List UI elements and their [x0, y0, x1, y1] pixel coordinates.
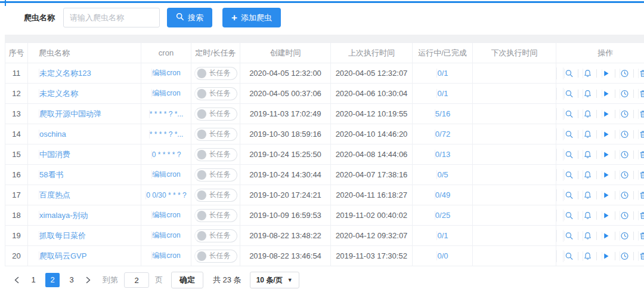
bell-icon[interactable] [581, 67, 593, 79]
schedule-icon[interactable] [618, 149, 630, 161]
run-icon[interactable] [600, 169, 612, 181]
schedule-icon[interactable] [618, 169, 630, 181]
delete-icon[interactable] [637, 169, 644, 181]
crawler-name-link[interactable]: 爬取开源中国动弹 [39, 109, 101, 118]
cron-cell-link[interactable]: 编辑cron [151, 170, 180, 179]
bell-icon[interactable] [581, 108, 593, 120]
view-icon[interactable] [563, 128, 575, 140]
crawler-name-link[interactable]: 抓取每日菜价 [39, 231, 86, 240]
page-size-select[interactable]: 10 条/页 ▼ [250, 272, 299, 288]
delete-icon[interactable] [637, 210, 644, 222]
schedule-icon[interactable] [618, 210, 630, 222]
long-task-toggle[interactable]: 长任务 [194, 148, 237, 161]
cron-cell-link[interactable]: 编辑cron [151, 89, 180, 97]
long-task-toggle[interactable]: 长任务 [194, 128, 237, 141]
run-icon[interactable] [600, 250, 612, 262]
view-icon[interactable] [563, 250, 575, 262]
run-icon[interactable] [600, 128, 612, 140]
cron-cell-link[interactable]: 0 * * * * ? [151, 150, 181, 159]
toggle-knob-icon [197, 211, 206, 220]
loading-progress-bar [0, 1, 644, 3]
last-run-time-cell: 2020-04-06 10:30:04 [331, 84, 413, 104]
crawler-name-link[interactable]: 中国消费 [39, 150, 70, 159]
bell-icon[interactable] [581, 189, 593, 201]
crawler-name-link[interactable]: 爬取码云GVP [39, 251, 86, 260]
delete-icon[interactable] [637, 230, 644, 242]
running-completed-cell: 0/13 [435, 150, 450, 159]
bell-icon[interactable] [581, 169, 593, 181]
op-separator [633, 232, 634, 240]
view-icon[interactable] [563, 230, 575, 242]
run-icon[interactable] [600, 67, 612, 79]
delete-icon[interactable] [637, 149, 644, 161]
delete-icon[interactable] [637, 108, 644, 120]
crawler-name-link[interactable]: 未定义名称 [39, 89, 78, 98]
long-task-label: 长任务 [209, 129, 231, 139]
prev-page-icon[interactable] [10, 273, 24, 287]
run-icon[interactable] [600, 108, 612, 120]
crawler-name-link[interactable]: 百度热点 [39, 190, 70, 199]
cron-cell-link[interactable]: 编辑cron [151, 211, 180, 219]
bell-icon[interactable] [581, 88, 593, 100]
cron-cell-link[interactable]: * * * * ? *... [149, 130, 184, 139]
run-icon[interactable] [600, 149, 612, 161]
long-task-toggle[interactable]: 长任务 [194, 209, 237, 222]
crawler-table-wrap: 序号 爬虫名称 cron 定时/长任务 创建时间 上次执行时间 运行中/已完成 … [5, 42, 644, 266]
page-number-3[interactable]: 3 [64, 273, 79, 287]
schedule-icon[interactable] [618, 67, 630, 79]
run-icon[interactable] [600, 189, 612, 201]
confirm-page-button[interactable]: 确定 [171, 272, 203, 288]
schedule-icon[interactable] [618, 128, 630, 140]
schedule-icon[interactable] [618, 108, 630, 120]
long-task-toggle[interactable]: 长任务 [194, 107, 237, 121]
delete-icon[interactable] [637, 128, 644, 140]
view-icon[interactable] [563, 189, 575, 201]
crawler-name-link[interactable]: 58看书 [39, 170, 63, 179]
bell-icon[interactable] [581, 210, 593, 222]
delete-icon[interactable] [637, 67, 644, 79]
cron-cell-link[interactable]: * * * * ? *... [149, 110, 184, 118]
long-task-toggle[interactable]: 长任务 [194, 250, 237, 263]
schedule-icon[interactable] [618, 230, 630, 242]
long-task-toggle[interactable]: 长任务 [194, 189, 237, 202]
bell-icon[interactable] [581, 149, 593, 161]
delete-icon[interactable] [637, 189, 644, 201]
add-crawler-button[interactable]: + 添加爬虫 [222, 8, 281, 27]
crawler-name-input[interactable] [63, 8, 160, 27]
search-button[interactable]: 搜索 [167, 8, 212, 27]
long-task-toggle[interactable]: 长任务 [194, 229, 237, 242]
view-icon[interactable] [563, 67, 575, 79]
toggle-knob-icon [197, 130, 206, 139]
long-task-toggle[interactable]: 长任务 [194, 87, 237, 100]
schedule-icon[interactable] [618, 250, 630, 262]
cron-cell-link[interactable]: 编辑cron [151, 231, 180, 239]
run-icon[interactable] [600, 230, 612, 242]
schedule-icon[interactable] [618, 189, 630, 201]
long-task-label: 长任务 [209, 68, 231, 78]
crawler-name-link[interactable]: oschina [39, 130, 66, 139]
cron-cell-link[interactable]: 编辑cron [151, 251, 180, 260]
goto-page-input[interactable] [124, 272, 149, 288]
crawler-name-link[interactable]: 未定义名称123 [39, 69, 91, 78]
run-icon[interactable] [600, 88, 612, 100]
cron-cell-link[interactable]: 0 0/30 * * * ? [145, 191, 186, 199]
view-icon[interactable] [563, 210, 575, 222]
delete-icon[interactable] [637, 88, 644, 100]
view-icon[interactable] [563, 169, 575, 181]
long-task-toggle[interactable]: 长任务 [194, 67, 237, 80]
next-page-icon[interactable] [81, 273, 95, 287]
schedule-icon[interactable] [618, 88, 630, 100]
bell-icon[interactable] [581, 250, 593, 262]
page-number-1[interactable]: 1 [26, 273, 41, 287]
long-task-toggle[interactable]: 长任务 [194, 168, 237, 182]
page-number-2-active[interactable]: 2 [45, 273, 60, 287]
view-icon[interactable] [563, 149, 575, 161]
view-icon[interactable] [563, 88, 575, 100]
bell-icon[interactable] [581, 128, 593, 140]
view-icon[interactable] [563, 108, 575, 120]
run-icon[interactable] [600, 210, 612, 222]
bell-icon[interactable] [581, 230, 593, 242]
cron-cell-link[interactable]: 编辑cron [151, 69, 180, 77]
crawler-name-link[interactable]: ximalaya-别动 [39, 211, 88, 220]
delete-icon[interactable] [637, 250, 644, 262]
